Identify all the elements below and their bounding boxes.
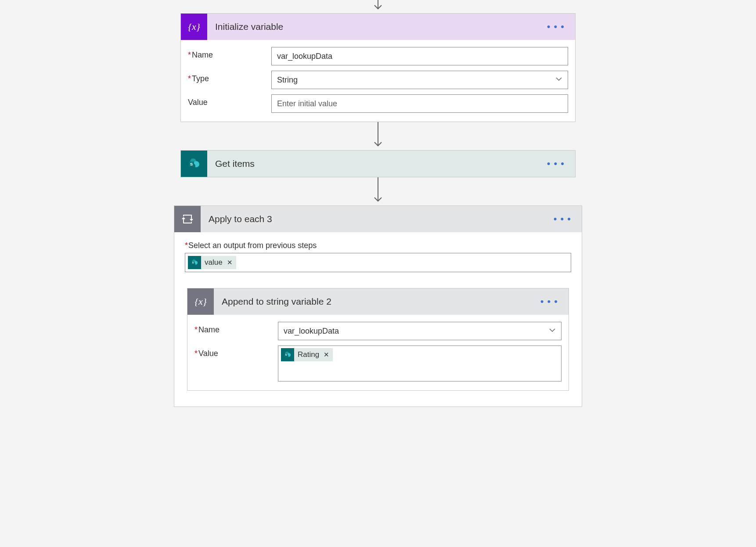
step-append-to-string-variable[interactable]: {x} Append to string variable 2 • • • *N…	[187, 288, 569, 391]
variable-icon: {x}	[187, 288, 214, 315]
card-title: Apply to each 3	[201, 214, 550, 224]
more-menu-button[interactable]: • • •	[550, 213, 575, 225]
field-label-type: *Type	[188, 71, 271, 83]
step-initialize-variable[interactable]: {x} Initialize variable • • • *Name *Typ…	[180, 13, 576, 122]
card-header[interactable]: {x} Append to string variable 2 • • •	[187, 288, 569, 315]
token-value[interactable]: S value ✕	[188, 256, 236, 269]
connector-arrow	[0, 0, 756, 13]
card-title: Get items	[207, 158, 544, 169]
card-body: *Name *Type String Value	[181, 40, 575, 122]
field-label-name: *Name	[188, 47, 271, 60]
token-label: Rating	[298, 350, 319, 359]
loop-body: *Select an output from previous steps S …	[174, 232, 582, 407]
field-label-name: *Name	[194, 322, 278, 335]
type-select-value: String	[277, 76, 298, 85]
more-menu-button[interactable]: • • •	[537, 296, 562, 307]
sharepoint-icon: S	[181, 151, 207, 177]
connector-arrow	[0, 177, 756, 205]
svg-text:{x}: {x}	[188, 21, 200, 32]
field-label-value: Value	[188, 94, 271, 107]
token-rating[interactable]: S Rating ✕	[281, 348, 333, 361]
svg-text:{x}: {x}	[194, 296, 207, 307]
sharepoint-icon: S	[188, 256, 201, 269]
value-input[interactable]	[271, 94, 568, 113]
step-get-items[interactable]: S Get items • • •	[180, 150, 576, 177]
card-title: Append to string variable 2	[214, 296, 537, 307]
token-remove-icon[interactable]: ✕	[227, 259, 233, 266]
card-body: *Name var_lookupData *Value	[187, 315, 569, 390]
name-select[interactable]: var_lookupData	[278, 322, 562, 340]
chevron-down-icon	[555, 76, 562, 85]
svg-text:S: S	[192, 261, 194, 264]
loop-icon	[174, 206, 201, 232]
svg-text:S: S	[190, 162, 193, 166]
card-header[interactable]: {x} Initialize variable • • •	[181, 14, 575, 40]
card-header[interactable]: S Get items • • •	[181, 151, 575, 177]
type-select[interactable]: String	[271, 71, 568, 89]
more-menu-button[interactable]: • • •	[544, 158, 568, 169]
name-input[interactable]	[271, 47, 568, 65]
connector-arrow	[0, 122, 756, 150]
chevron-down-icon	[549, 327, 556, 336]
card-title: Initialize variable	[207, 22, 544, 32]
svg-text:S: S	[285, 353, 287, 356]
card-header[interactable]: Apply to each 3 • • •	[174, 206, 582, 232]
token-remove-icon[interactable]: ✕	[324, 351, 329, 359]
select-output-label: *Select an output from previous steps	[185, 241, 571, 250]
sharepoint-icon: S	[281, 348, 294, 361]
variable-icon: {x}	[181, 14, 207, 40]
select-output-input[interactable]: S value ✕	[185, 253, 571, 272]
token-label: value	[205, 258, 223, 267]
value-token-input[interactable]: S Rating ✕	[278, 345, 562, 381]
step-apply-to-each[interactable]: Apply to each 3 • • • *Select an output …	[174, 205, 582, 407]
field-label-value: *Value	[194, 345, 278, 358]
name-select-value: var_lookupData	[284, 327, 339, 336]
more-menu-button[interactable]: • • •	[544, 21, 568, 32]
